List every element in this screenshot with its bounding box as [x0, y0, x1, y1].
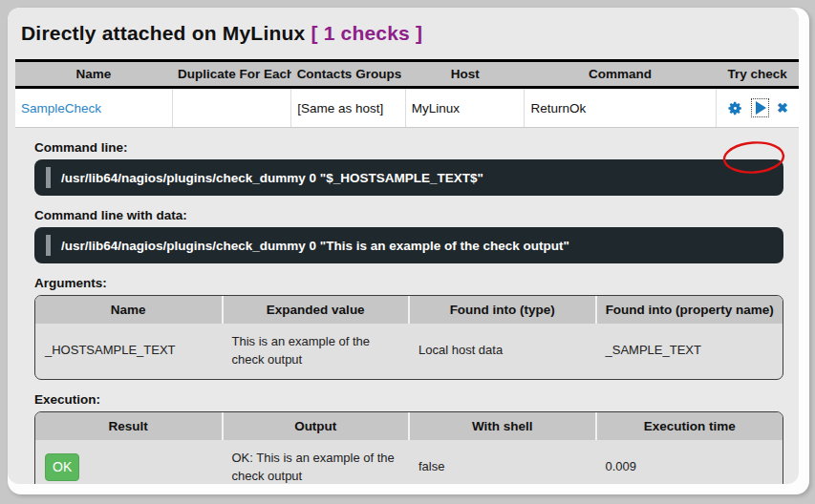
arguments-header-row: Name Expanded value Found into (type) Fo…: [35, 296, 783, 324]
execution-header-row: Result Output With shell Execution time: [35, 412, 783, 440]
check-duplicate-cell: [172, 88, 291, 128]
page-title-host: MyLinux: [223, 22, 306, 44]
command-line-with-data-value: /usr/lib64/nagios/plugins/check_dummy 0 …: [61, 239, 569, 253]
check-host-cell: MyLinux: [405, 88, 525, 128]
column-header-contacts-groups: Contacts Groups: [291, 61, 406, 88]
execution-header-with-shell: With shell: [409, 412, 596, 440]
argument-row: _HOSTSAMPLE_TEXT This is an example of t…: [35, 324, 783, 379]
argument-expanded-value-cell: This is an example of the check output: [223, 324, 410, 379]
gear-icon[interactable]: [727, 100, 743, 116]
checks-count-badge: [ 1 checks ]: [311, 22, 422, 44]
status-badge: OK: [45, 453, 79, 480]
argument-found-into-type-cell: Local host data: [409, 324, 596, 379]
execution-table: Result Output With shell Execution time …: [35, 412, 783, 484]
argument-name-cell: _HOSTSAMPLE_TEXT: [35, 324, 223, 379]
execution-label: Execution:: [34, 392, 799, 407]
page-title: Directly attached on MyLinux [ 1 checks …: [21, 22, 799, 45]
execution-header-result: Result: [35, 412, 223, 440]
column-header-command: Command: [525, 61, 716, 88]
check-contacts-groups-cell: [Same as host]: [291, 88, 406, 128]
check-name-cell: SampleCheck: [15, 88, 172, 128]
command-line-label: Command line:: [34, 140, 799, 155]
terminal-quote-bar: [46, 167, 51, 188]
checks-table: Name Duplicate For Each Contacts Groups …: [15, 59, 799, 128]
command-line-box: /usr/lib64/nagios/plugins/check_dummy 0 …: [34, 159, 783, 196]
command-line-with-data-label: Command line with data:: [34, 208, 799, 222]
column-header-host: Host: [405, 61, 525, 88]
execution-result-cell: OK: [35, 440, 223, 484]
arguments-header-name: Name: [35, 296, 223, 324]
execution-output-cell: OK: This is an example of the check outp…: [223, 440, 410, 484]
arguments-label: Arguments:: [34, 276, 799, 290]
column-header-name: Name: [15, 61, 172, 88]
play-icon[interactable]: [751, 98, 769, 117]
arguments-header-found-into-type: Found into (type): [409, 296, 596, 324]
check-actions-cell: ✖: [716, 88, 799, 128]
column-header-duplicate-for-each: Duplicate For Each: [172, 61, 291, 88]
arguments-header-found-into-property: Found into (property name): [596, 296, 783, 324]
check-row: SampleCheck [Same as host] MyLinux Retur…: [15, 88, 799, 128]
execution-row: OK OK: This is an example of the check o…: [35, 440, 783, 484]
arguments-header-expanded-value: Expanded value: [223, 296, 410, 324]
execution-header-execution-time: Execution time: [596, 412, 783, 440]
execution-header-output: Output: [223, 412, 410, 440]
execution-table-container: Result Output With shell Execution time …: [34, 411, 783, 484]
checks-table-container: Name Duplicate For Each Contacts Groups …: [15, 59, 799, 128]
command-line-with-data-box: /usr/lib64/nagios/plugins/check_dummy 0 …: [34, 227, 783, 263]
checks-panel: Directly attached on MyLinux [ 1 checks …: [8, 8, 799, 484]
execution-time-cell: 0.009: [596, 440, 783, 484]
terminal-quote-bar: [46, 235, 51, 256]
check-name-link[interactable]: SampleCheck: [21, 101, 101, 116]
execution-with-shell-cell: false: [409, 440, 596, 484]
column-header-try-check: Try check: [716, 61, 799, 88]
arguments-table: Name Expanded value Found into (type) Fo…: [35, 296, 783, 379]
page-title-prefix: Directly attached on: [21, 22, 217, 44]
close-icon[interactable]: ✖: [777, 101, 788, 115]
argument-found-into-property-cell: _SAMPLE_TEXT: [596, 324, 783, 379]
check-command-cell: ReturnOk: [525, 88, 716, 128]
command-line-value: /usr/lib64/nagios/plugins/check_dummy 0 …: [61, 171, 483, 185]
arguments-table-container: Name Expanded value Found into (type) Fo…: [34, 295, 783, 380]
checks-table-header-row: Name Duplicate For Each Contacts Groups …: [15, 61, 799, 88]
